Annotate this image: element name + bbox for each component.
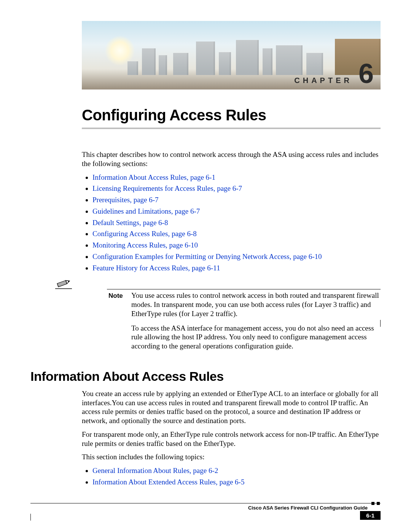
toc-link[interactable]: Feature History for Access Rules, page 6… — [92, 264, 220, 272]
toc-item: Monitoring Access Rules, page 6-10 — [92, 241, 381, 250]
list-item: Information About Extended Access Rules,… — [92, 478, 381, 487]
crop-mark — [30, 514, 31, 521]
intro-block: This chapter describes how to control ne… — [82, 150, 381, 356]
section-link[interactable]: Information About Extended Access Rules,… — [92, 478, 244, 486]
note-block: Note You use access rules to control net… — [82, 278, 381, 356]
page-footer: Cisco ASA Series Firewall CLI Configurat… — [30, 503, 381, 516]
toc-link[interactable]: Licensing Requirements for Access Rules,… — [92, 184, 242, 192]
toc-item: Prerequisites, page 6-7 — [92, 195, 381, 204]
section-link-list: General Information About Rules, page 6-… — [82, 466, 381, 487]
pencil-icon — [55, 278, 75, 289]
toc-list: Information About Access Rules, page 6-1… — [82, 173, 381, 273]
svg-rect-0 — [57, 281, 67, 287]
toc-item: Guidelines and Limitations, page 6-7 — [92, 207, 381, 216]
intro-paragraph: This chapter describes how to control ne… — [82, 150, 381, 168]
title-rule — [82, 128, 381, 129]
note-label: Note — [108, 291, 126, 300]
chapter-word: CHAPTER — [294, 76, 352, 85]
chapter-label-group: CHAPTER 6 — [294, 60, 374, 87]
toc-item: Configuring Access Rules, page 6-8 — [92, 229, 381, 238]
toc-link[interactable]: Prerequisites, page 6-7 — [92, 196, 159, 204]
toc-item: Configuration Examples for Permitting or… — [92, 252, 381, 261]
book-title: Cisco ASA Series Firewall CLI Configurat… — [248, 505, 368, 511]
decorative-square — [371, 502, 374, 505]
note-paragraph: You use access rules to control network … — [131, 291, 381, 318]
section-heading: Information About Access Rules — [30, 369, 381, 384]
list-item: General Information About Rules, page 6-… — [92, 466, 381, 475]
section-paragraph: You create an access rule by applying an… — [82, 389, 381, 425]
page-container: CHAPTER 6 Configuring Access Rules This … — [0, 0, 411, 532]
toc-item: Information About Access Rules, page 6-1 — [92, 173, 381, 182]
decorative-square — [377, 502, 380, 505]
section-body: You create an access rule by applying an… — [82, 389, 381, 487]
toc-link[interactable]: Guidelines and Limitations, page 6-7 — [92, 207, 200, 215]
toc-link[interactable]: Monitoring Access Rules, page 6-10 — [92, 241, 198, 249]
toc-link[interactable]: Configuration Examples for Permitting or… — [92, 252, 322, 260]
section-link[interactable]: General Information About Rules, page 6-… — [92, 466, 218, 474]
toc-link[interactable]: Default Settings, page 6-8 — [92, 219, 168, 227]
section-paragraph: For transparent mode only, an EtherType … — [82, 430, 381, 448]
toc-item: Licensing Requirements for Access Rules,… — [92, 184, 381, 193]
svg-marker-1 — [66, 280, 70, 284]
chapter-number: 6 — [358, 60, 374, 87]
page-number: 6-1 — [360, 511, 381, 520]
toc-item: Feature History for Access Rules, page 6… — [92, 264, 381, 273]
crop-mark — [380, 320, 381, 327]
note-paragraph: To access the ASA interface for manageme… — [131, 324, 381, 351]
page-title: Configuring Access Rules — [82, 107, 381, 124]
chapter-banner: CHAPTER 6 — [82, 21, 381, 89]
section-paragraph: This section includes the following topi… — [82, 452, 381, 462]
toc-link[interactable]: Configuring Access Rules, page 6-8 — [92, 230, 197, 238]
toc-link[interactable]: Information About Access Rules, page 6-1 — [92, 173, 215, 181]
toc-item: Default Settings, page 6-8 — [92, 218, 381, 227]
